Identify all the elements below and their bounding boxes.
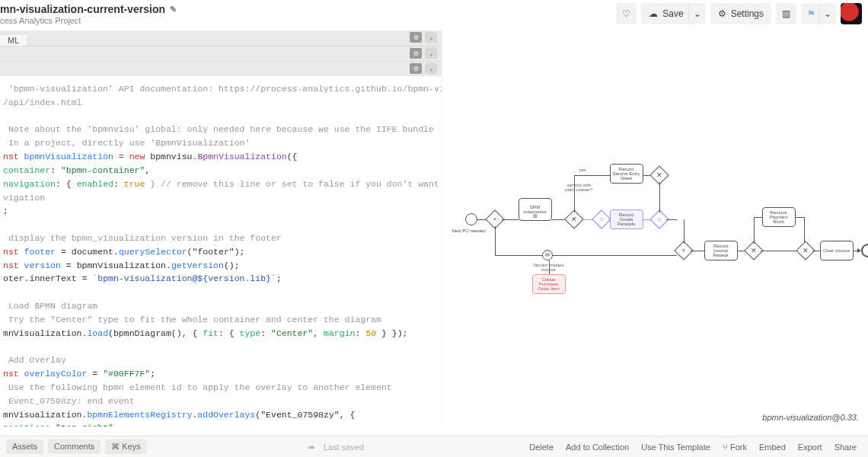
- bpmn-container[interactable]: New PO needed SRM subprocess service wit…: [442, 30, 868, 427]
- project-subtitle[interactable]: cess Analytics Project: [0, 16, 177, 26]
- js-tab-row: ⚙ ⌄: [0, 61, 442, 76]
- layout-button[interactable]: ▥: [776, 3, 796, 24]
- avatar[interactable]: [841, 3, 862, 24]
- add-collection-button[interactable]: Add to Collection: [560, 440, 634, 454]
- top-actions: ♡ ☁ Save ⌄ ⚙ Settings ▥ ⚑ ⌄: [616, 3, 862, 24]
- keys-button[interactable]: ⌘ Keys: [105, 439, 147, 454]
- bpmn-diagram: New PO needed SRM subprocess service wit…: [458, 145, 854, 312]
- assets-button[interactable]: Assets: [6, 439, 43, 454]
- tab-html[interactable]: ML: [0, 35, 27, 46]
- share-button[interactable]: Share: [829, 440, 862, 454]
- pane-settings-icon[interactable]: ⚙: [410, 63, 422, 74]
- end-event: [861, 244, 869, 257]
- pane-settings-icon[interactable]: ⚙: [410, 32, 422, 43]
- like-button[interactable]: ♡: [616, 3, 637, 24]
- task-create-po: Create Purchase Order Item: [532, 274, 566, 294]
- gear-icon: ⚙: [718, 8, 726, 19]
- start-event-label: New PO needed: [450, 228, 488, 233]
- pane-collapse-icon[interactable]: ⌄: [425, 63, 437, 74]
- fork-button[interactable]: ⑂ Fork: [717, 440, 752, 454]
- code-editor[interactable]: 'bpmn-visualization' API documentation: …: [0, 76, 442, 427]
- save-options-button[interactable]: ⌄: [688, 3, 706, 24]
- statusbar: Assets Comments ⌘ Keys ☁ Last saved Dele…: [0, 436, 868, 457]
- label-yes: yes: [579, 168, 586, 172]
- task-clear-invoice: Clear Invoice: [820, 241, 854, 260]
- editor-pane: ML ⚙ ⌄ ⚙ ⌄ ⚙ ⌄ 'bpmn-visualization' API …: [0, 30, 442, 427]
- task-remove-block: Remove Payment Block: [762, 207, 796, 227]
- save-button[interactable]: ☁ Save: [641, 3, 691, 24]
- cloud-icon: ☁: [649, 8, 658, 19]
- pane-collapse-icon[interactable]: ⌄: [425, 48, 437, 59]
- cloud-status-icon: ☁: [307, 441, 319, 453]
- pen-title[interactable]: mn-visualization-current-version: [0, 3, 165, 16]
- css-tab-row: ⚙ ⌄: [0, 46, 442, 61]
- intermediate-event: ✉: [542, 250, 553, 260]
- task-record-goods: Record Goods Receipts: [610, 209, 643, 229]
- settings-button[interactable]: ⚙ Settings: [710, 3, 771, 24]
- embed-button[interactable]: Embed: [754, 440, 791, 454]
- task-srm-subprocess: SRM subprocess: [519, 198, 552, 221]
- pane-collapse-icon[interactable]: ⌄: [425, 32, 437, 43]
- html-tab-row: ML ⚙ ⌄: [0, 30, 442, 46]
- chevron-down-icon: ⌄: [694, 8, 701, 19]
- edit-title-icon[interactable]: ✎: [170, 5, 177, 14]
- pin-options-button[interactable]: ⌄: [819, 3, 836, 24]
- comments-button[interactable]: Comments: [48, 439, 101, 454]
- footer-version: bpmn-visualization@0.33.: [762, 413, 859, 422]
- preview-pane: New PO needed SRM subprocess service wit…: [442, 30, 868, 427]
- task-service-sheet: Record Service Entry Sheet: [610, 164, 643, 184]
- task-record-invoice: Record Invoice Receipt: [704, 241, 738, 260]
- chevron-down-icon: ⌄: [824, 8, 831, 19]
- topbar: mn-visualization-current-version ✎ cess …: [0, 0, 868, 30]
- use-template-button[interactable]: Use This Template: [636, 440, 716, 454]
- delete-button[interactable]: Delete: [524, 440, 559, 454]
- start-event: [465, 213, 477, 225]
- title-area: mn-visualization-current-version ✎ cess …: [0, 3, 177, 26]
- pane-settings-icon[interactable]: ⚙: [410, 48, 422, 59]
- main: ML ⚙ ⌄ ⚙ ⌄ ⚙ ⌄ 'bpmn-visualization' API …: [0, 30, 868, 427]
- export-button[interactable]: Export: [793, 440, 828, 454]
- gateway-service-label: service with plant master?: [557, 183, 602, 192]
- last-saved-label: Last saved: [324, 443, 364, 452]
